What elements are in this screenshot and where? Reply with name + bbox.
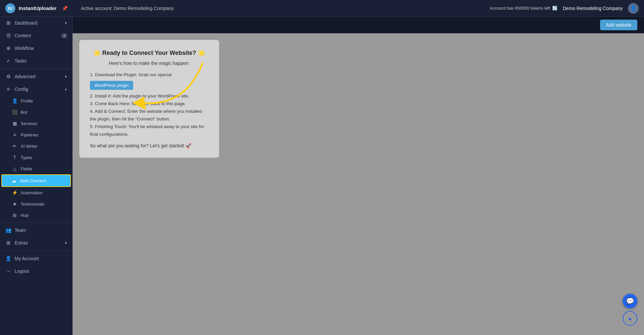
profile-icon: 👤 (12, 98, 17, 103)
services-icon: ▦ (12, 121, 17, 126)
sidebar-subitem-services[interactable]: ▦ Services (0, 118, 72, 129)
card-steps: 1. Download the Plugin: Grab our special… (90, 71, 208, 138)
pin-icon: 📌 (62, 6, 68, 11)
sidebar-subitem-automation[interactable]: ⚡ Automation (0, 187, 72, 198)
team-icon: 👥 (5, 227, 11, 233)
sidebar-item-label: Team (15, 228, 26, 233)
fields-icon: △ (12, 166, 17, 171)
chevron-down-icon: ▾ (65, 21, 67, 25)
sidebar-subitem-label: Testimonials (21, 202, 45, 207)
sidebar-subitem-label: Services (21, 121, 37, 126)
sidebar-item-label: My Account (15, 256, 39, 261)
pipelines-icon: ≡ (12, 132, 17, 137)
up-arrow-icon: ▲ (627, 315, 633, 321)
workflow-icon: ⊕ (5, 45, 11, 51)
avatar: 👤 (628, 3, 639, 14)
sidebar-subitem-profile[interactable]: 👤 Profile (0, 95, 72, 106)
sidebar-subitem-label: Web Connect (20, 178, 46, 183)
sidebar-divider (0, 69, 72, 69)
card-subtitle: Here's how to make the magic happen: (90, 61, 208, 66)
sidebar-subitem-ai-writer[interactable]: ✏ AI Writer (0, 140, 72, 152)
bot-icon: ⬛ (12, 109, 17, 115)
content-area: Add website 🌟 Ready to Connect Your Webs… (73, 17, 644, 335)
sidebar-subitem-label: Profile (21, 98, 33, 103)
step-4-text: 4. Add & Connect: Enter the website wher… (90, 108, 208, 123)
header-left: IU InstantUploader 📌 Active account: Dem… (5, 3, 174, 13)
sidebar-item-workflow[interactable]: ⊕ Workflow (0, 42, 72, 55)
sidebar-subitem-fields[interactable]: △ Fields (0, 163, 72, 174)
main-layout: ⊞ Dashboard ▾ ☰ Content 1 ⊕ Workflow ✓ T… (0, 17, 644, 335)
floating-chat-button[interactable]: 💬 (623, 294, 637, 308)
chevron-up-icon: ▴ (65, 87, 67, 91)
config-icon: ≡ (5, 86, 11, 92)
sidebar-item-label: Extras (15, 240, 28, 246)
chevron-down-icon: ▾ (65, 241, 67, 245)
sidebar-item-label: Logout (15, 268, 29, 274)
sidebar-divider-2 (0, 222, 72, 223)
sidebar-subitem-bot[interactable]: ⬛ Bot (0, 106, 72, 118)
content-icon: ☰ (5, 33, 11, 39)
refresh-icon[interactable]: 🔄 (552, 6, 557, 11)
floating-up-button[interactable]: ▲ (623, 311, 637, 326)
sidebar-item-label: Content (15, 33, 31, 38)
sidebar-subitem-label: Hub (21, 213, 29, 218)
sidebar-subitem-web-connect[interactable]: ☁ Web Connect (1, 174, 71, 187)
types-icon: T (12, 155, 17, 160)
content-badge: 1 (62, 34, 67, 38)
sidebar-item-advanced[interactable]: ⚙ Advanced ▾ (0, 70, 72, 83)
sidebar-subitem-label: Automation (21, 190, 43, 195)
sidebar-subitem-testimonials[interactable]: ★ Testimonials (0, 198, 72, 210)
top-header: IU InstantUploader 📌 Active account: Dem… (0, 0, 644, 17)
sidebar-subitem-pipelines[interactable]: ≡ Pipelines (0, 129, 72, 140)
sidebar-item-team[interactable]: 👥 Team (0, 224, 72, 237)
step-3-text: 3. Come Back Here: Navigate back to this… (90, 100, 208, 108)
connect-card: 🌟 Ready to Connect Your Website? 🌟 Here'… (79, 40, 219, 158)
sidebar-item-extras[interactable]: ⊞ Extras ▾ (0, 237, 72, 249)
sidebar-item-dashboard[interactable]: ⊞ Dashboard ▾ (0, 17, 72, 29)
logo: IU (5, 3, 15, 13)
sidebar: ⊞ Dashboard ▾ ☰ Content 1 ⊕ Workflow ✓ T… (0, 17, 73, 335)
sidebar-subitem-label: Bot (21, 110, 27, 115)
sidebar-divider-3 (0, 251, 72, 251)
step-1-text: 1. Download the Plugin: Grab our special (90, 71, 208, 79)
dashboard-icon: ⊞ (5, 20, 11, 26)
sidebar-subitem-types[interactable]: T Types (0, 152, 72, 163)
main-content: 🌟 Ready to Connect Your Website? 🌟 Here'… (73, 33, 644, 335)
sidebar-subitem-label: AI Writer (21, 144, 37, 149)
sidebar-subitem-hub[interactable]: ⊞ Hub (0, 210, 72, 221)
sub-header: Add website (73, 17, 644, 33)
extras-icon: ⊞ (5, 240, 11, 246)
app-name: InstantUploader (19, 5, 57, 11)
tokens-info: Account has 650000 tokens left 🔄 (490, 6, 557, 11)
webconnect-icon: ☁ (11, 178, 17, 183)
company-name: Demo Remodeling Company (563, 6, 623, 11)
sidebar-subitem-label: Pipelines (21, 132, 38, 137)
aiwriter-icon: ✏ (12, 143, 17, 149)
step-5-text: 5. Finishing Touch: You'll be whisked aw… (90, 123, 208, 138)
sidebar-item-label: Config (15, 86, 28, 92)
sidebar-item-logout[interactable]: → Logout (0, 265, 72, 277)
cta-text: So what are you waiting for? Let's get s… (90, 143, 208, 148)
sidebar-item-my-account[interactable]: 👤 My Account (0, 252, 72, 265)
sidebar-item-tasks[interactable]: ✓ Tasks (0, 55, 72, 67)
header-right: Account has 650000 tokens left 🔄 Demo Re… (490, 3, 639, 14)
advanced-icon: ⚙ (5, 74, 11, 80)
sidebar-item-label: Workflow (15, 46, 34, 51)
automation-icon: ⚡ (12, 190, 17, 195)
sidebar-item-content[interactable]: ☰ Content 1 (0, 29, 72, 42)
add-website-button[interactable]: Add website (600, 20, 637, 30)
step-2-text: 2. Install It: Add the plugin to your Wo… (90, 92, 208, 100)
sidebar-item-label: Advanced (15, 74, 35, 79)
active-account-label: Active account: Demo Remodeling Company (81, 6, 174, 11)
wordpress-plugin-button[interactable]: WordPress plugin (90, 81, 133, 90)
sidebar-item-label: Dashboard (15, 20, 38, 26)
sidebar-item-config[interactable]: ≡ Config ▴ (0, 83, 72, 95)
chevron-down-icon: ▾ (65, 75, 67, 79)
card-title: 🌟 Ready to Connect Your Website? 🌟 (90, 49, 208, 57)
my-account-icon: 👤 (5, 255, 11, 261)
sidebar-item-label: Tasks (15, 58, 27, 64)
tasks-icon: ✓ (5, 58, 11, 64)
sidebar-subitem-label: Types (21, 155, 32, 160)
hub-icon: ⊞ (12, 213, 17, 218)
sidebar-subitem-label: Fields (21, 166, 32, 171)
